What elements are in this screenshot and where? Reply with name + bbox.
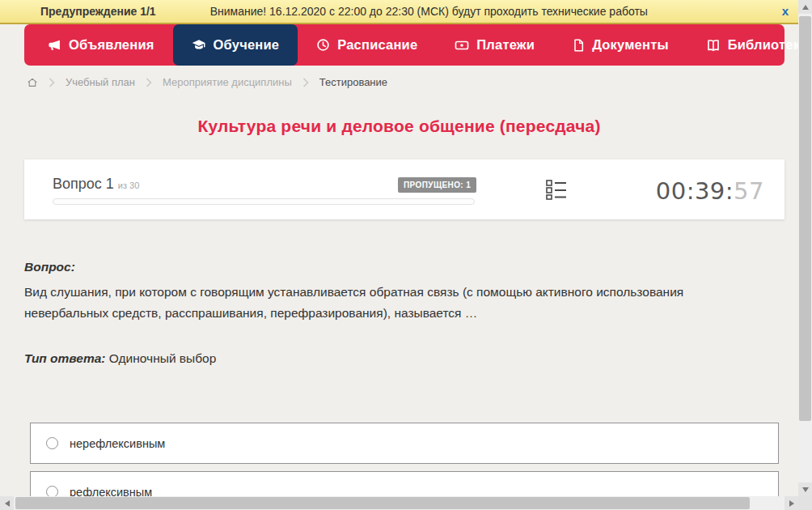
question-number: Вопрос 1из 30: [53, 176, 139, 193]
arrow-down-icon: [802, 487, 809, 492]
nav-item-label: Библиотека: [728, 37, 808, 53]
horizontal-scrollbar[interactable]: [0, 496, 798, 510]
question-header-card: Вопрос 1из 30 ПРОПУЩЕНО: 1 00:39:57: [24, 159, 785, 219]
question-text: Вид слушания, при котором с говорящим ус…: [24, 282, 765, 324]
nav-item-label: Обучение: [214, 37, 280, 53]
progress-bar: [53, 198, 475, 205]
answer-type-value: Одиночный выбор: [109, 351, 217, 365]
horizontal-scrollbar-thumb[interactable]: [15, 497, 750, 509]
skipped-badge: ПРОПУЩЕНО: 1: [398, 177, 476, 193]
megaphone-icon: [48, 38, 61, 52]
question-block: Вопрос: Вид слушания, при котором с гово…: [24, 260, 765, 324]
vertical-scrollbar-thumb[interactable]: [799, 16, 811, 421]
breadcrumb: Учебный план Мероприятие дисциплины Тест…: [27, 76, 387, 88]
answer-option-label: нерефлексивным: [70, 437, 165, 450]
document-icon: [572, 39, 585, 52]
nav-item-library[interactable]: Библиотека: [687, 24, 812, 66]
nav-item-schedule[interactable]: Расписание: [298, 24, 436, 66]
nav-item-label: Объявления: [69, 37, 154, 53]
nav-item-payments[interactable]: Платежи: [436, 24, 553, 66]
nav-item-documents[interactable]: Документы: [553, 24, 687, 66]
graduation-cap-icon: [192, 38, 206, 53]
timer-hours-minutes: 00:39:: [656, 177, 734, 205]
home-icon[interactable]: [27, 77, 38, 88]
nav-item-announcements[interactable]: Объявления: [29, 24, 173, 66]
nav-item-label: Документы: [592, 37, 669, 53]
breadcrumb-separator-icon: [302, 78, 309, 87]
answer-type: Тип ответа: Одиночный выбор: [24, 351, 216, 366]
arrow-left-icon: [5, 500, 10, 507]
main-nav: Объявления Обучение Расписание Платежи Д…: [24, 24, 785, 66]
vertical-scrollbar[interactable]: [798, 0, 812, 496]
scroll-down-button[interactable]: [798, 482, 812, 496]
answer-option-1[interactable]: нерефлексивным: [30, 423, 779, 464]
breadcrumb-item-discipline-event[interactable]: Мероприятие дисциплины: [163, 76, 292, 88]
warning-banner-label: Предупреждение 1/1: [40, 5, 156, 18]
radio-button-icon[interactable]: [46, 437, 58, 449]
breadcrumb-separator-icon: [146, 78, 152, 87]
scroll-up-button[interactable]: [798, 0, 812, 14]
clock-icon: [316, 38, 330, 52]
breadcrumb-item-study-plan[interactable]: Учебный план: [66, 76, 135, 88]
arrow-right-icon: [789, 500, 794, 507]
question-number-label: Вопрос 1: [53, 176, 114, 192]
warning-banner-message: Внимание! 16.12.2020 с 22:00 до 22:30 (М…: [210, 5, 648, 18]
scroll-right-button[interactable]: [785, 496, 798, 510]
timer-seconds: 57: [734, 177, 764, 205]
scrollbar-corner: [798, 496, 812, 510]
book-icon: [706, 38, 721, 53]
page-title: Культура речи и деловое общение (пересда…: [0, 117, 798, 136]
warning-banner: Предупреждение 1/1 Внимание! 16.12.2020 …: [0, 0, 798, 24]
banknote-icon: [455, 38, 469, 53]
breadcrumb-item-testing: Тестирование: [319, 76, 387, 88]
question-total-label: из 30: [118, 181, 139, 190]
banner-close-button[interactable]: x: [782, 4, 789, 18]
question-list-icon[interactable]: [545, 178, 567, 203]
arrow-up-icon: [802, 5, 809, 10]
question-label: Вопрос:: [24, 260, 765, 274]
nav-item-label: Расписание: [337, 37, 417, 53]
timer: 00:39:57: [656, 177, 764, 205]
breadcrumb-separator-icon: [49, 78, 55, 87]
answer-type-label: Тип ответа:: [24, 351, 106, 365]
nav-item-learning[interactable]: Обучение: [173, 24, 298, 66]
scroll-left-button[interactable]: [0, 496, 14, 510]
nav-item-label: Платежи: [476, 37, 535, 53]
